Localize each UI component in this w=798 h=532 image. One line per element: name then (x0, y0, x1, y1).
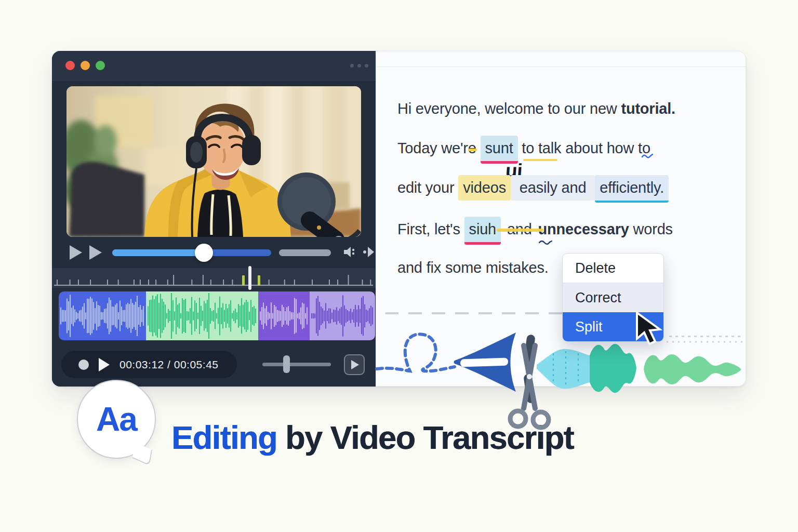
menu-item-delete[interactable]: Delete (563, 254, 663, 283)
play-next-icon[interactable] (89, 245, 102, 260)
player-controls (52, 238, 376, 267)
transcript-text: Hi everyone, welcome to our new (397, 100, 621, 117)
video-preview[interactable] (66, 86, 361, 237)
timeline-ruler[interactable] (52, 268, 376, 288)
title-by: by (277, 419, 330, 456)
video-thumbnail-illustration (66, 86, 361, 237)
transcript-text: First, let's (397, 221, 464, 237)
volume-icon[interactable] (343, 245, 357, 259)
waveform-timeline (59, 291, 375, 340)
transport-bar: 00:03:12 / 00:05:45 (52, 340, 376, 387)
menu-item-correct[interactable]: Correct (563, 283, 663, 312)
audio-clip-1[interactable] (59, 291, 146, 340)
play-icon[interactable] (70, 245, 82, 260)
transcript-panel: Hi everyone, welcome to our new tutorial… (376, 51, 746, 387)
playback-speed-icon[interactable] (363, 245, 376, 259)
tape-ribbon (537, 349, 590, 389)
marker-tick (258, 275, 260, 286)
scribble-icon (642, 153, 653, 159)
word-struck-and[interactable]: and (505, 221, 534, 237)
title-accent: Editing (171, 419, 277, 456)
playhead[interactable] (248, 266, 251, 290)
overflow-menu-icon[interactable] (350, 64, 368, 68)
bubble-aa-label: Aa (96, 400, 137, 438)
play-icon-small[interactable] (99, 358, 110, 371)
transcript-line-1: Hi everyone, welcome to our new tutorial… (397, 97, 675, 121)
time-display: 00:03:12 / 00:05:45 (119, 358, 219, 371)
transcript-text: edit your (397, 179, 458, 196)
progress-thumb[interactable] (195, 244, 213, 262)
transcript-line-2: Today we're sunt to talk about how to ui (397, 136, 650, 160)
zoom-slider[interactable] (262, 363, 331, 366)
window-titlebar (52, 51, 376, 81)
transcript-text-bold: tutorial. (621, 100, 675, 117)
minimize-window-button[interactable] (81, 61, 90, 70)
maximize-window-button[interactable] (96, 61, 105, 70)
transcript-text: and fix some mistakes. (397, 259, 549, 276)
text-bubble: Aa (77, 380, 156, 459)
audio-clip-2[interactable] (146, 291, 258, 340)
zoom-slider-handle[interactable] (283, 355, 290, 373)
word-highlight-siuh[interactable]: siuh (464, 217, 501, 245)
buffer-bar[interactable] (279, 249, 331, 256)
close-window-button[interactable] (65, 61, 75, 70)
green-waveform-blob (644, 354, 741, 384)
transcript-text: words (629, 221, 673, 237)
page: 00:03:12 / 00:05:45 Hi everyone, welcome… (0, 0, 798, 532)
progress-bar[interactable] (112, 249, 271, 256)
transcript-text: to talk about how to (518, 140, 650, 156)
play-icon-tiny (351, 360, 359, 369)
word-highlight-videos[interactable]: videos (458, 175, 511, 201)
transport-pill: 00:03:12 / 00:05:45 (61, 351, 237, 378)
split-illustration (376, 317, 746, 473)
thread-line (377, 334, 455, 371)
transcript-text: Today we're (397, 140, 481, 156)
audio-clip-3[interactable] (258, 291, 310, 340)
ruler-ticks (52, 268, 376, 288)
panel-divider (376, 66, 746, 67)
transcript-line-4: First, let's siuh and unnecessary words (397, 217, 673, 241)
preview-button[interactable] (344, 354, 365, 375)
word-highlight-efficiently[interactable]: efficiently. (595, 175, 669, 203)
transcript-text-bold: unnecessary (538, 221, 629, 237)
progress-done (112, 249, 204, 256)
marker-tick (242, 275, 245, 286)
teal-waveform-blob (590, 344, 636, 393)
cursor-icon (635, 312, 664, 346)
record-icon[interactable] (78, 360, 89, 370)
video-player-panel: 00:03:12 / 00:05:45 (52, 51, 376, 387)
transcript-line-3: edit your videos easily and efficiently. (397, 176, 669, 200)
audio-clip-4[interactable] (310, 291, 375, 340)
scribble-icon (539, 239, 552, 245)
phrase-highlight-easily-and[interactable]: easily and (511, 175, 595, 201)
transcript-line-5: and fix some mistakes. (397, 256, 549, 280)
